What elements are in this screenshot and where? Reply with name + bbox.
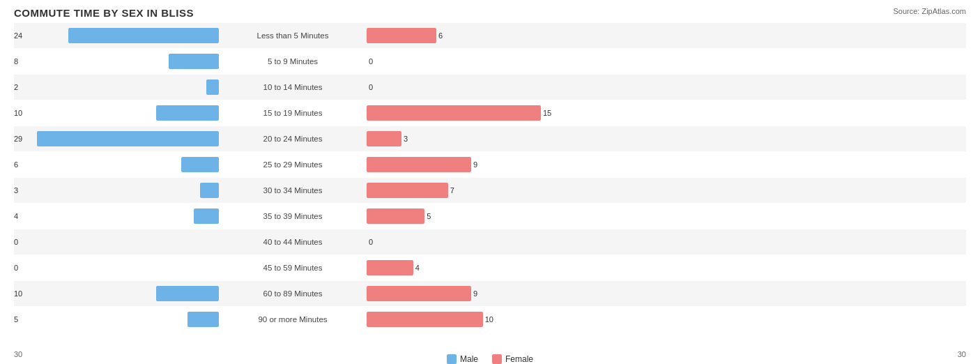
- male-value: 5: [14, 315, 18, 324]
- male-section: 10: [14, 286, 223, 301]
- table-row: 85 to 9 Minutes0: [14, 49, 966, 74]
- row-label: 35 to 39 Minutes: [223, 212, 362, 220]
- bottom-section: 30 Male Female 30: [14, 349, 966, 364]
- female-value: 0: [369, 57, 373, 66]
- table-row: 625 to 29 Minutes9: [14, 152, 966, 177]
- legend-female: Female: [492, 354, 533, 364]
- male-value: 29: [14, 135, 22, 143]
- row-label: Less than 5 Minutes: [223, 31, 362, 40]
- row-label: 15 to 19 Minutes: [223, 109, 362, 117]
- male-section: 4: [14, 208, 223, 224]
- source-label: Source: ZipAtlas.com: [893, 7, 966, 15]
- male-bar: [37, 131, 219, 146]
- male-value: 10: [14, 289, 22, 298]
- female-section: 4: [362, 260, 966, 275]
- row-label: 90 or more Minutes: [223, 315, 362, 324]
- table-row: 210 to 14 Minutes0: [14, 75, 966, 100]
- table-row: 590 or more Minutes10: [14, 307, 966, 332]
- male-section: 0: [14, 260, 223, 275]
- row-label: 60 to 89 Minutes: [223, 289, 362, 298]
- chart-title: COMMUTE TIME BY SEX IN BLISS: [14, 7, 966, 19]
- table-row: 330 to 34 Minutes7: [14, 178, 966, 203]
- table-row: 045 to 59 Minutes4: [14, 255, 966, 280]
- table-row: 1015 to 19 Minutes15: [14, 100, 966, 126]
- female-bar: [367, 131, 401, 146]
- male-value: 10: [14, 109, 22, 117]
- male-value: 0: [14, 264, 18, 272]
- female-value: 0: [369, 238, 373, 246]
- male-section: 29: [14, 131, 223, 146]
- male-value: 3: [14, 186, 18, 195]
- male-value: 2: [14, 83, 18, 91]
- male-section: 6: [14, 157, 223, 172]
- female-bar: [367, 157, 471, 172]
- male-bar: [156, 286, 219, 301]
- male-section: 0: [14, 234, 223, 250]
- female-bar: [367, 208, 424, 224]
- female-value: 5: [427, 212, 431, 220]
- female-value: 9: [473, 289, 477, 298]
- female-section: 7: [362, 183, 966, 198]
- male-value: 8: [14, 57, 18, 66]
- chart-area: 24Less than 5 Minutes685 to 9 Minutes021…: [14, 23, 966, 310]
- row-label: 10 to 14 Minutes: [223, 83, 362, 91]
- male-section: 2: [14, 79, 223, 95]
- male-bar: [206, 79, 219, 95]
- female-legend-box: [492, 354, 502, 364]
- row-label: 25 to 29 Minutes: [223, 160, 362, 169]
- chart-container: COMMUTE TIME BY SEX IN BLISS Source: Zip…: [0, 0, 980, 364]
- female-section: 0: [362, 79, 966, 95]
- male-bar: [156, 105, 219, 121]
- male-section: 3: [14, 183, 223, 198]
- female-bar: [367, 260, 413, 275]
- male-section: 5: [14, 312, 223, 327]
- female-value: 6: [438, 31, 443, 40]
- row-label: 45 to 59 Minutes: [223, 264, 362, 272]
- female-section: 5: [362, 208, 966, 224]
- table-row: 24Less than 5 Minutes6: [14, 23, 966, 48]
- female-value: 3: [404, 135, 408, 143]
- row-label: 40 to 44 Minutes: [223, 238, 362, 246]
- row-label: 20 to 24 Minutes: [223, 135, 362, 143]
- female-section: 9: [362, 157, 966, 172]
- axis-right: 30: [958, 350, 966, 364]
- male-label: Male: [460, 354, 478, 364]
- table-row: 2920 to 24 Minutes3: [14, 126, 966, 151]
- female-section: 3: [362, 131, 966, 146]
- female-value: 15: [543, 109, 551, 117]
- legend: Male Female: [447, 354, 533, 364]
- axis-labels: 30 Male Female 30: [14, 350, 966, 364]
- male-value: 4: [14, 212, 18, 220]
- male-value: 24: [14, 31, 22, 40]
- female-section: 9: [362, 286, 966, 301]
- female-section: 6: [362, 28, 966, 43]
- female-bar: [367, 286, 471, 301]
- female-value: 9: [473, 160, 477, 169]
- axis-left: 30: [14, 350, 22, 364]
- table-row: 040 to 44 Minutes0: [14, 229, 966, 255]
- male-bar: [194, 208, 219, 224]
- row-label: 30 to 34 Minutes: [223, 186, 362, 195]
- male-section: 10: [14, 105, 223, 121]
- female-value: 0: [369, 83, 373, 91]
- female-value: 7: [450, 186, 454, 195]
- male-bar: [181, 157, 219, 172]
- male-legend-box: [447, 354, 457, 364]
- female-bar: [367, 105, 541, 121]
- female-section: 15: [362, 105, 966, 121]
- female-value: 4: [415, 264, 420, 272]
- female-bar: [367, 28, 436, 43]
- male-value: 6: [14, 160, 18, 169]
- female-section: 10: [362, 312, 966, 327]
- female-section: 0: [362, 54, 966, 69]
- male-bar: [200, 183, 219, 198]
- female-label: Female: [505, 354, 533, 364]
- legend-male: Male: [447, 354, 478, 364]
- male-bar: [187, 312, 219, 327]
- male-section: 24: [14, 28, 223, 43]
- male-section: 8: [14, 54, 223, 69]
- male-bar: [169, 54, 219, 69]
- table-row: 1060 to 89 Minutes9: [14, 281, 966, 306]
- female-bar: [367, 183, 448, 198]
- row-label: 5 to 9 Minutes: [223, 57, 362, 66]
